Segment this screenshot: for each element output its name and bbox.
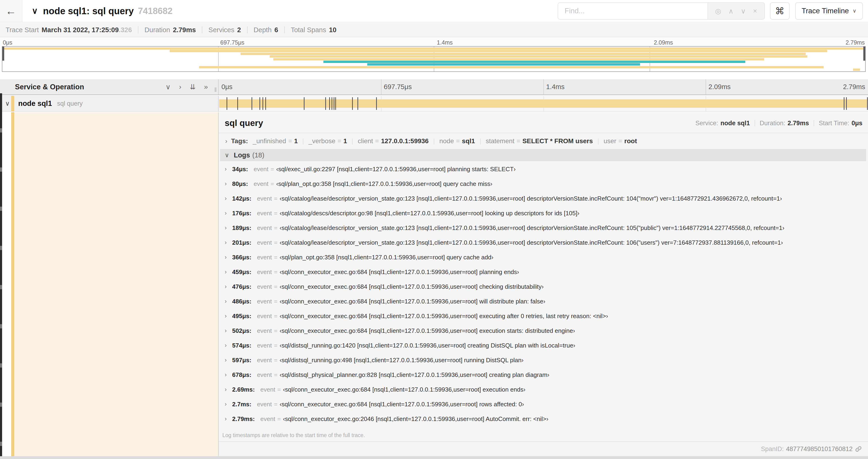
log-expander-icon[interactable]: ›	[225, 166, 232, 172]
log-equals: =	[274, 195, 277, 202]
log-key: event	[257, 254, 272, 261]
collapse-one-icon[interactable]: ∨	[165, 83, 170, 91]
expand-one-icon[interactable]: ›	[179, 83, 181, 91]
log-row[interactable]: ›574μs:event=‹sql/distsql_running.go:142…	[219, 341, 868, 355]
tag-key: client	[358, 137, 373, 144]
keyboard-shortcuts-button[interactable]: ⌘	[770, 2, 789, 20]
tag-equals: =	[288, 137, 292, 144]
log-row[interactable]: ›597μs:event=‹sql/distsql_running.go:498…	[219, 355, 868, 370]
log-key: event	[257, 268, 272, 276]
next-match-icon[interactable]: ∨	[741, 7, 746, 15]
copy-link-icon[interactable]	[855, 446, 862, 453]
span-detail-panel: sql query Service: node sql1 Duration: 2…	[219, 112, 868, 459]
tag-divider	[352, 138, 352, 144]
log-expander-icon[interactable]: ›	[225, 357, 232, 363]
logs-expander-icon[interactable]: ∨	[225, 152, 229, 159]
log-row[interactable]: ›80μs:event=‹sql/plan_opt.go:358 [nsql1,…	[219, 179, 868, 194]
log-row[interactable]: ›495μs:event=‹sql/conn_executor_exec.go:…	[219, 312, 868, 326]
clear-find-icon[interactable]: ×	[753, 7, 757, 15]
log-expander-icon[interactable]: ›	[225, 298, 232, 305]
span-expander-icon[interactable]: ∨	[5, 100, 11, 107]
tag-divider	[303, 138, 303, 144]
log-expander-icon[interactable]: ›	[225, 239, 232, 246]
log-expander-icon[interactable]: ›	[225, 254, 232, 261]
log-row[interactable]: ›366μs:event=‹sql/plan_opt.go:358 [nsql1…	[219, 253, 868, 267]
log-event-tick	[329, 97, 330, 110]
trace-minimap[interactable]	[2, 46, 866, 72]
minimap-span-bar	[273, 58, 764, 60]
span-service-name: node sql1	[18, 99, 52, 108]
tag-item[interactable]: node=sql1	[439, 137, 475, 144]
span-name-cell[interactable]: ∨ node sql1 sql query	[0, 96, 219, 112]
tag-equals: =	[456, 137, 460, 144]
minimap-span-bar	[270, 55, 807, 58]
log-expander-icon[interactable]: ›	[225, 327, 232, 334]
log-timestamp: 495μs:	[232, 313, 251, 320]
column-resizer-handle[interactable]: ‖	[214, 86, 216, 94]
expand-all-icon[interactable]: »	[204, 83, 208, 91]
tag-item[interactable]: client=127.0.0.1:59936	[358, 137, 429, 144]
log-expander-icon[interactable]: ›	[225, 210, 232, 217]
log-row[interactable]: ›142μs:event=‹sql/catalog/lease/descript…	[219, 194, 868, 208]
find-input[interactable]	[558, 3, 708, 19]
log-expander-icon[interactable]: ›	[225, 386, 232, 393]
log-timestamp: 574μs:	[232, 342, 251, 349]
log-row[interactable]: ›2.79ms:event=‹sql/conn_executor_exec.go…	[219, 414, 868, 429]
tag-value: root	[624, 137, 637, 144]
log-row[interactable]: ›678μs:event=‹sql/distsql_physical_plann…	[219, 370, 868, 385]
span-bar-cell[interactable]	[219, 96, 868, 112]
log-equals: =	[274, 313, 277, 320]
tag-item[interactable]: _unfinished=1	[253, 137, 298, 144]
tag-key: user	[603, 137, 616, 144]
log-row[interactable]: ›34μs:event=‹sql/exec_util.go:2297 [nsql…	[219, 164, 868, 179]
collapse-trace-chevron-icon[interactable]: ∨	[32, 6, 38, 16]
tags-expander-icon[interactable]: ›	[225, 137, 227, 145]
minimap-right-handle[interactable]	[863, 47, 865, 61]
log-expander-icon[interactable]: ›	[225, 371, 232, 378]
log-key: event	[254, 166, 269, 173]
log-row[interactable]: ›201μs:event=‹sql/catalog/lease/descript…	[219, 238, 868, 253]
log-expander-icon[interactable]: ›	[225, 401, 232, 407]
logs-section-header[interactable]: ∨ Logs (18)	[220, 149, 866, 161]
prev-match-icon[interactable]: ∧	[728, 7, 734, 15]
view-dropdown[interactable]: Trace Timeline ∨	[795, 2, 863, 20]
log-row[interactable]: ›486μs:event=‹sql/conn_executor_exec.go:…	[219, 297, 868, 312]
minimap-span-bar	[169, 50, 827, 52]
collapse-all-icon[interactable]: ⇊	[190, 83, 195, 91]
log-expander-icon[interactable]: ›	[225, 224, 232, 231]
log-row[interactable]: ›176μs:event=‹sql/catalog/descs/descript…	[219, 208, 868, 223]
log-equals: =	[274, 342, 277, 349]
log-expander-icon[interactable]: ›	[225, 180, 232, 187]
span-detail-header: sql query Service: node sql1 Duration: 2…	[219, 112, 868, 133]
tag-item[interactable]: user=root	[603, 137, 637, 144]
back-button[interactable]: ←	[0, 0, 22, 22]
tag-equals: =	[337, 137, 341, 144]
log-row[interactable]: ›189μs:event=‹sql/catalog/lease/descript…	[219, 223, 868, 238]
summary-divider	[202, 26, 202, 33]
log-row[interactable]: ›476μs:event=‹sql/conn_executor_exec.go:…	[219, 282, 868, 297]
log-value: ‹sql/conn_executor_exec.go:684 [nsql1,cl…	[280, 313, 608, 320]
log-expander-icon[interactable]: ›	[225, 415, 232, 422]
log-expander-icon[interactable]: ›	[225, 268, 232, 275]
left-scrollbar[interactable]	[0, 93, 2, 456]
minimap-left-handle[interactable]	[2, 47, 4, 61]
log-value: ‹sql/catalog/descs/descriptor.go:98 [nsq…	[280, 210, 579, 217]
log-row[interactable]: ›502μs:event=‹sql/conn_executor_exec.go:…	[219, 326, 868, 341]
top-bar: ← ∨ node sql1: sql query 7418682 ◎ ∧ ∨ ×…	[0, 0, 868, 22]
tags-row[interactable]: › Tags: _unfinished=1_verbose=1client=12…	[219, 133, 868, 149]
bottom-scrollbar-track[interactable]	[0, 456, 868, 459]
span-duration-bar[interactable]	[219, 99, 868, 108]
match-locate-icon[interactable]: ◎	[715, 7, 721, 15]
log-expander-icon[interactable]: ›	[225, 313, 232, 319]
tag-item[interactable]: statement=SELECT * FROM users	[486, 137, 593, 144]
logs-list: ›34μs:event=‹sql/exec_util.go:2297 [nsql…	[219, 164, 868, 429]
log-row[interactable]: ›2.7ms:event=‹sql/conn_executor_exec.go:…	[219, 399, 868, 414]
log-row[interactable]: ›459μs:event=‹sql/conn_executor_exec.go:…	[219, 267, 868, 282]
log-expander-icon[interactable]: ›	[225, 195, 232, 202]
log-key: event	[257, 327, 272, 334]
minimap-axis: 0μs 697.75μs 1.4ms 2.09ms 2.79ms	[0, 38, 868, 46]
log-expander-icon[interactable]: ›	[225, 342, 232, 349]
log-row[interactable]: ›2.69ms:event=‹sql/conn_executor_exec.go…	[219, 385, 868, 399]
tag-item[interactable]: _verbose=1	[308, 137, 347, 144]
log-expander-icon[interactable]: ›	[225, 283, 232, 290]
